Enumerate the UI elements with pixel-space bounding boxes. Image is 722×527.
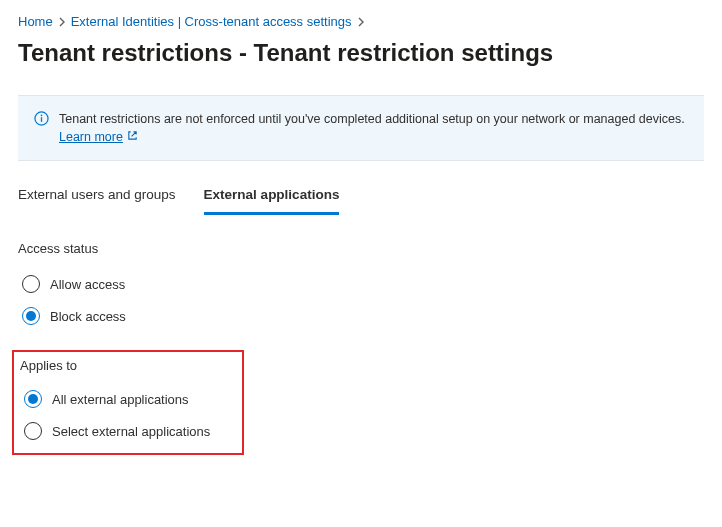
info-banner: Tenant restrictions are not enforced unt… [18,95,704,161]
radio-block-access[interactable]: Block access [18,300,704,332]
external-link-icon [127,128,138,146]
tab-external-users[interactable]: External users and groups [18,179,176,215]
radio-icon [24,422,42,440]
applies-to-group: All external applications Select externa… [14,383,242,447]
breadcrumb: Home External Identities | Cross-tenant … [0,0,722,29]
svg-rect-2 [41,117,42,122]
radio-select-applications[interactable]: Select external applications [20,415,236,447]
breadcrumb-home[interactable]: Home [18,14,53,29]
applies-to-highlight: Applies to All external applications Sel… [12,350,244,455]
chevron-right-icon [358,17,364,27]
info-icon [34,111,49,129]
learn-more-link[interactable]: Learn more [59,128,138,146]
radio-label: All external applications [52,392,189,407]
access-status-label: Access status [0,215,722,268]
radio-icon [22,275,40,293]
applies-to-label: Applies to [14,352,242,383]
svg-point-1 [41,114,43,116]
info-text: Tenant restrictions are not enforced unt… [59,112,685,126]
radio-all-applications[interactable]: All external applications [20,383,236,415]
tabs: External users and groups External appli… [0,179,722,215]
radio-icon [24,390,42,408]
page-title: Tenant restrictions - Tenant restriction… [0,29,722,95]
radio-allow-access[interactable]: Allow access [18,268,704,300]
radio-label: Allow access [50,277,125,292]
chevron-right-icon [59,17,65,27]
tab-external-applications[interactable]: External applications [204,179,340,215]
access-status-group: Allow access Block access [0,268,722,332]
breadcrumb-external-identities[interactable]: External Identities | Cross-tenant acces… [71,14,352,29]
radio-icon [22,307,40,325]
radio-label: Block access [50,309,126,324]
radio-label: Select external applications [52,424,210,439]
